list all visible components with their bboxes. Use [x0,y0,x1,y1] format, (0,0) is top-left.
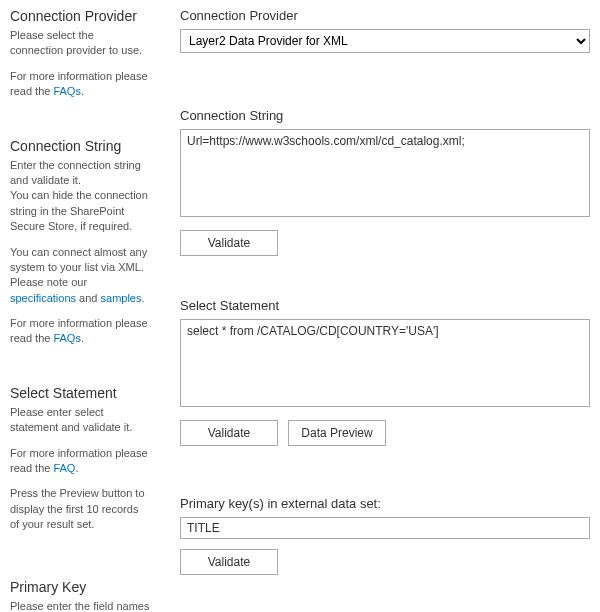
connstring-help-4: For more information please read the FAQ… [10,316,150,347]
provider-dropdown[interactable]: Layer2 Data Provider for XML [180,29,590,53]
text: and [76,292,100,304]
text: For more information please read the [10,447,148,474]
faq-link[interactable]: FAQ [53,462,75,474]
text: . [75,462,78,474]
primary-block: Primary key(s) in external data set: Val… [180,496,590,575]
connstring-textarea[interactable] [180,129,590,217]
primary-heading: Primary Key [10,579,150,595]
select-textarea[interactable] [180,319,590,407]
provider-help-2: For more information please read the FAQ… [10,69,150,100]
samples-link[interactable]: samples [101,292,142,304]
data-preview-button[interactable]: Data Preview [288,420,386,446]
provider-help-1: Please select the connection provider to… [10,28,150,59]
select-label: Select Statement [180,298,590,313]
text: . [141,292,144,304]
provider-heading: Connection Provider [10,8,150,24]
connstring-label: Connection String [180,108,590,123]
primary-validate-button[interactable]: Validate [180,549,278,575]
primary-help-1: Please enter the field names of the prim… [10,599,150,612]
select-validate-button[interactable]: Validate [180,420,278,446]
text: . [81,332,84,344]
primary-label: Primary key(s) in external data set: [180,496,590,511]
connstring-help-2: You can hide the connection string in th… [10,188,150,234]
faqs-link-2[interactable]: FAQs [53,332,81,344]
select-help-3: Press the Preview button to display the … [10,486,150,532]
form-container: Connection Provider Please select the co… [0,0,600,612]
select-heading: Select Statement [10,385,150,401]
connstring-validate-button[interactable]: Validate [180,230,278,256]
specifications-link[interactable]: specifications [10,292,76,304]
connstring-help-3: You can connect almost any system to you… [10,245,150,307]
connstring-help-1: Enter the connection string and validate… [10,158,150,189]
provider-label: Connection Provider [180,8,590,23]
provider-block: Connection Provider Layer2 Data Provider… [180,8,590,53]
text: You can connect almost any system to you… [10,246,147,289]
select-help-2: For more information please read the FAQ… [10,446,150,477]
help-column: Connection Provider Please select the co… [10,8,170,612]
select-block: Select Statement Validate Data Preview [180,298,590,446]
text: . [81,85,84,97]
primary-key-input[interactable] [180,517,590,539]
faqs-link[interactable]: FAQs [53,85,81,97]
select-help-1: Please enter select statement and valida… [10,405,150,436]
connstring-block: Connection String Validate [180,108,590,256]
form-column: Connection Provider Layer2 Data Provider… [170,8,590,612]
connstring-heading: Connection String [10,138,150,154]
